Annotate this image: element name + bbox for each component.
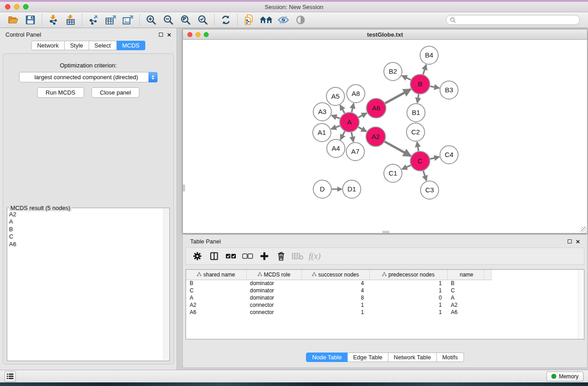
import-network-icon[interactable]	[45, 14, 62, 26]
network-canvas[interactable]: AA1A3A5A8A4A7A6A2BB1B2B3B4CC1C2C3C4DD1	[183, 40, 587, 233]
graph-edge-C-C4[interactable]	[430, 157, 440, 159]
graph-node-B2[interactable]: B2	[384, 62, 402, 81]
open-file-icon[interactable]	[5, 14, 22, 26]
cell[interactable]: B	[186, 280, 246, 287]
graph-node-C1[interactable]: C1	[384, 164, 402, 182]
cell[interactable]: 1	[301, 309, 369, 316]
cell[interactable]: A6	[186, 309, 246, 316]
graph-node-A[interactable]: A	[340, 113, 359, 132]
cell[interactable]: A6	[447, 309, 484, 316]
tab-style[interactable]: Style	[65, 41, 89, 50]
table-row[interactable]: Adominator80A	[186, 294, 491, 301]
tab-network-table[interactable]: Network Table	[388, 353, 437, 362]
graph-edge-B-B2[interactable]	[402, 76, 411, 80]
zoom-selected-icon[interactable]	[194, 14, 211, 26]
graph-node-A1[interactable]: A1	[313, 124, 331, 142]
close-panel-button[interactable]: Close panel	[91, 87, 140, 98]
deselect-all-icon[interactable]	[241, 249, 254, 263]
graph-node-C[interactable]: C	[411, 152, 430, 171]
memory-button[interactable]: Memory	[546, 372, 583, 381]
import-table-icon[interactable]	[62, 14, 79, 26]
graph-edge-A6-B[interactable]	[385, 89, 411, 103]
add-column-icon[interactable]	[258, 249, 271, 263]
run-mcds-button[interactable]: Run MCDS	[37, 87, 84, 98]
result-scrollbar[interactable]	[163, 209, 169, 360]
graph-edge-B-B1[interactable]	[417, 94, 419, 103]
search-input[interactable]	[458, 17, 576, 23]
tab-select[interactable]: Select	[89, 41, 117, 50]
cell[interactable]: 1	[369, 301, 447, 309]
cell[interactable]: A	[447, 294, 484, 301]
close-panel-icon[interactable]: ×	[576, 239, 580, 243]
float-panel-icon[interactable]	[159, 33, 163, 37]
graph-node-A2[interactable]: A2	[366, 127, 386, 147]
settings-gear-icon[interactable]	[191, 249, 204, 263]
graph-node-B[interactable]: B	[411, 75, 430, 94]
horizontal-scroll-thumb[interactable]	[382, 231, 389, 233]
column-header-name[interactable]: name	[447, 270, 484, 280]
graph-node-D[interactable]: D	[313, 180, 331, 198]
graph-edge-A-A2[interactable]	[359, 127, 367, 132]
graph-edge-C-C1[interactable]	[402, 165, 411, 169]
function-builder-icon[interactable]: f(x)	[309, 251, 320, 261]
result-item[interactable]: A2	[9, 211, 163, 218]
zoom-in-icon[interactable]	[143, 14, 160, 26]
home-icon[interactable]	[258, 14, 275, 26]
cell[interactable]: 1	[369, 309, 447, 316]
refresh-icon[interactable]	[217, 14, 234, 26]
cell[interactable]: B	[447, 280, 484, 287]
cell[interactable]: connector	[246, 301, 301, 309]
float-panel-icon[interactable]	[568, 239, 572, 243]
vertical-scroll-thumb[interactable]	[183, 185, 185, 191]
graph-node-A3[interactable]: A3	[313, 103, 331, 121]
cell[interactable]: 1	[301, 301, 369, 309]
cell[interactable]: dominator	[246, 287, 301, 294]
cell[interactable]: 0	[369, 294, 447, 301]
tab-motifs[interactable]: Motifs	[437, 353, 464, 362]
result-item[interactable]: B	[9, 226, 163, 233]
table-row[interactable]: A2connector11A2	[186, 301, 491, 309]
graph-edge-A-A7[interactable]	[351, 132, 353, 142]
graph-edge-A-A3[interactable]	[332, 115, 340, 119]
cell[interactable]: A	[186, 294, 246, 301]
cell[interactable]: 8	[301, 294, 369, 301]
export-image-icon[interactable]	[120, 14, 137, 26]
column-header-predecessor-nodes[interactable]: predecessor nodes	[369, 270, 447, 280]
column-header-successor-nodes[interactable]: successor nodes	[301, 270, 369, 280]
cell[interactable]: C	[447, 287, 484, 294]
show-columns-icon[interactable]	[207, 249, 221, 263]
graph-node-A8[interactable]: A8	[347, 85, 365, 103]
table-scrollbar[interactable]	[578, 270, 584, 339]
cell[interactable]: 4	[301, 280, 369, 287]
graph-edge-B-B3[interactable]	[430, 86, 439, 88]
cell[interactable]: 1	[369, 280, 447, 287]
table-row[interactable]: Bdominator41B	[186, 280, 491, 287]
select-all-icon[interactable]	[224, 249, 238, 263]
window-resize-grip[interactable]	[581, 227, 587, 233]
cell[interactable]: connector	[246, 309, 301, 316]
graph-node-A7[interactable]: A7	[346, 143, 364, 161]
cell[interactable]: A2	[186, 301, 246, 309]
cell[interactable]: dominator	[246, 294, 301, 301]
result-item[interactable]: A6	[9, 241, 163, 248]
result-item[interactable]: C	[9, 233, 163, 240]
graph-edge-A2-C[interactable]	[385, 142, 411, 156]
export-network-icon[interactable]	[85, 14, 102, 26]
column-header-shared-name[interactable]: shared name	[186, 270, 246, 280]
export-table-icon[interactable]	[102, 14, 120, 26]
graph-node-A4[interactable]: A4	[327, 139, 345, 157]
close-panel-icon[interactable]: ×	[167, 33, 171, 37]
hide-graphics-details-icon[interactable]	[275, 14, 292, 26]
table-row[interactable]: A6connector11A6	[186, 309, 491, 316]
cell[interactable]: 4	[301, 287, 369, 294]
search-field[interactable]	[446, 15, 580, 25]
tab-edge-table[interactable]: Edge Table	[348, 353, 388, 362]
graph-node-B1[interactable]: B1	[407, 104, 425, 122]
tab-network[interactable]: Network	[31, 41, 65, 50]
tab-node-table[interactable]: Node Table	[306, 353, 348, 362]
graph-edge-A-A5[interactable]	[340, 105, 345, 113]
graph-edge-C-C2[interactable]	[417, 142, 418, 151]
tab-mcds[interactable]: MCDS	[117, 41, 145, 50]
graph-node-A6[interactable]: A6	[367, 99, 386, 118]
graph-node-C4[interactable]: C4	[440, 146, 458, 164]
